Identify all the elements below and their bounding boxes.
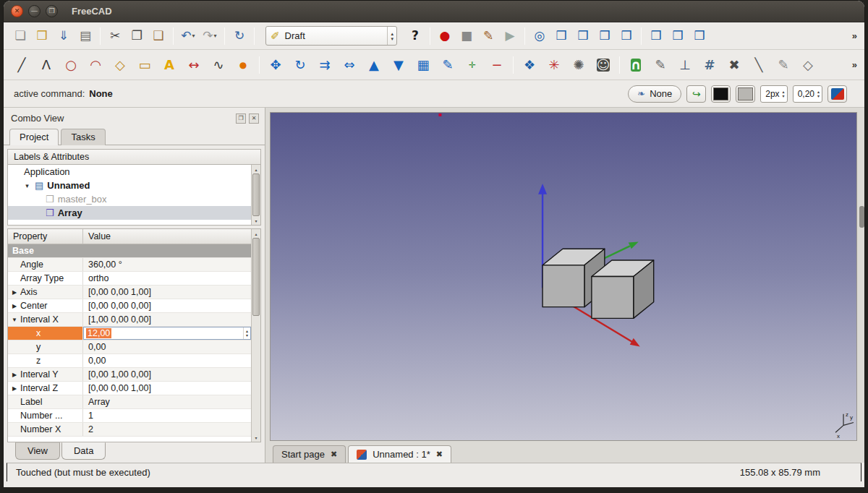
tab-view[interactable]: View	[15, 442, 60, 460]
draft-upgrade-button[interactable]: ▲	[362, 54, 386, 76]
scroll-up-icon[interactable]: ▴	[252, 229, 260, 238]
draft-trimex-button[interactable]: ⇔	[338, 54, 361, 76]
draft-offset-button[interactable]: ⇉	[313, 54, 336, 76]
expander-icon[interactable]: ▶	[10, 385, 19, 392]
property-row-interval-y[interactable]: ▶Interval Y[0,00 1,00 0,00]	[8, 368, 251, 382]
draft-add-point-button[interactable]: ✛	[461, 54, 484, 76]
property-row-array-type[interactable]: Array Typeortho	[8, 272, 251, 286]
3d-viewport[interactable]: z y x	[270, 112, 857, 441]
scroll-down-icon[interactable]: ▾	[252, 433, 260, 442]
document-tab-unnamed-1[interactable]: Unnamed : 1*✖	[348, 445, 451, 463]
value-editor-text[interactable]: 12,00	[86, 328, 111, 338]
snap-endpoint-button[interactable]: ✎	[649, 54, 672, 76]
draft-dimension-button[interactable]: ↔	[182, 54, 205, 76]
apply-style-button[interactable]	[827, 85, 847, 103]
viewport-scrollbar-thumb[interactable]	[859, 206, 864, 228]
tab-project[interactable]: Project	[9, 129, 59, 145]
redo-button[interactable]: ↷▾	[200, 26, 220, 46]
workbench-selector[interactable]: ✐ Draft ▴▾	[265, 26, 397, 46]
scroll-down-icon[interactable]: ▾	[252, 216, 260, 225]
tree-item-array[interactable]: ❒Array	[8, 206, 251, 220]
save-file-button[interactable]: ⇓	[54, 26, 74, 46]
property-row-angle[interactable]: Angle360,00 °	[8, 258, 251, 272]
text-scale-spinbox[interactable]: 0,20 ▴▾	[793, 85, 822, 103]
snap-perpendicular-button[interactable]: ⊥	[673, 54, 697, 76]
property-value-cell[interactable]: 12,00▴▾	[83, 327, 251, 340]
tab-data[interactable]: Data	[61, 442, 106, 460]
property-row-interval-z[interactable]: ▶Interval Z[0,00 0,00 1,00]	[8, 382, 251, 395]
macro-record-button[interactable]: ●	[435, 26, 455, 46]
close-tab-icon[interactable]: ✖	[331, 450, 337, 459]
property-row-label[interactable]: LabelArray	[8, 395, 251, 409]
draft-draft2sketch-button[interactable]: ✳	[542, 54, 566, 76]
line-width-arrows[interactable]: ▴▾	[783, 90, 785, 98]
print-button[interactable]: ▤	[75, 26, 95, 46]
snap-extension-button[interactable]: ✎	[772, 54, 795, 76]
close-button[interactable]: ✕	[11, 5, 23, 17]
property-row-axis[interactable]: ▶Axis[0,00 0,00 1,00]	[8, 286, 251, 299]
draft-polygon-button[interactable]: ◇	[109, 54, 132, 76]
draft-rotate-button[interactable]: ↻	[289, 54, 312, 76]
float-panel-button[interactable]: ❐	[236, 113, 246, 124]
titlebar[interactable]: ✕ — ❒ FreeCAD	[4, 1, 864, 22]
close-panel-button[interactable]: ✕	[249, 113, 259, 124]
draft-array-button[interactable]: ✺	[567, 54, 590, 76]
maximize-button[interactable]: ❒	[46, 5, 58, 17]
draft-del-point-button[interactable]: −	[485, 54, 509, 76]
text-scale-arrows[interactable]: ▴▾	[817, 90, 820, 98]
tree-scrollbar[interactable]: ▴ ▾	[251, 165, 260, 225]
snap-special-button[interactable]: ◇	[796, 54, 820, 76]
autogroup-button[interactable]: ❧ None	[628, 85, 681, 103]
redo-dropdown-caret[interactable]: ▾	[214, 33, 217, 39]
tree-scrollbar-handle[interactable]	[252, 173, 260, 216]
cut-button[interactable]: ✂	[105, 26, 125, 46]
tree-item-application[interactable]: Application	[8, 165, 251, 179]
continue-mode-button[interactable]: ↪	[686, 85, 706, 103]
document-tab-start-page[interactable]: Start page✖	[273, 445, 346, 463]
property-row-center[interactable]: ▶Center[0,00 0,00 0,00]	[8, 299, 251, 313]
minimize-button[interactable]: —	[28, 5, 41, 17]
paste-button[interactable]: ❑	[148, 26, 169, 46]
model-tree[interactable]: Application▾▤Unnamed❒master_box❒Array ▴ …	[7, 165, 261, 226]
tree-item-unnamed[interactable]: ▾▤Unnamed	[8, 179, 251, 192]
left-view-button[interactable]: ❒	[689, 26, 710, 46]
property-row-number[interactable]: Number ...1	[8, 409, 251, 423]
draft-arc-button[interactable]: ◠	[84, 54, 107, 76]
draft-line-button[interactable]: ╱	[10, 54, 33, 76]
undo-dropdown-caret[interactable]: ▾	[192, 33, 195, 39]
expander-icon[interactable]: ▼	[10, 317, 19, 323]
draft-toolbar-overflow-button[interactable]: »	[852, 59, 859, 70]
scroll-up-icon[interactable]: ▴	[252, 165, 260, 173]
property-editor[interactable]: Property Value BaseAngle360,00 °Array Ty…	[7, 228, 261, 442]
new-file-button[interactable]: ❏	[10, 26, 30, 46]
draft-scale-button[interactable]: ▦	[412, 54, 435, 76]
draft-rectangle-button[interactable]: ▭	[133, 54, 156, 76]
draft-text-button[interactable]: A	[158, 54, 181, 76]
draft-move-button[interactable]: ✥	[264, 54, 287, 76]
face-color-button[interactable]	[736, 85, 755, 103]
undo-button[interactable]: ↶▾	[178, 26, 198, 46]
draft-bspline-button[interactable]: ∿	[207, 54, 230, 76]
property-scrollbar-handle[interactable]	[252, 238, 260, 316]
draft-point-button[interactable]: ●	[231, 54, 255, 76]
property-row-z[interactable]: z0,00	[8, 354, 251, 368]
property-row-number-x[interactable]: Number X2	[8, 423, 251, 437]
expander-icon[interactable]: ▾	[23, 182, 31, 189]
draft-edit-button[interactable]: ✎	[436, 54, 459, 76]
expander-icon[interactable]: ▶	[10, 289, 19, 296]
refresh-button[interactable]: ↻	[229, 26, 250, 46]
property-row-interval-x[interactable]: ▼Interval X[1,00 0,00 0,00]	[8, 313, 251, 327]
line-color-button[interactable]	[711, 85, 731, 103]
macro-stop-button[interactable]: ■	[456, 26, 477, 46]
value-editor-spin-arrows[interactable]: ▴▾	[243, 327, 250, 339]
expander-icon[interactable]: ▶	[10, 303, 19, 309]
draft-wire-button[interactable]: Λ	[35, 54, 58, 76]
macro-execute-button[interactable]: ▶	[500, 26, 520, 46]
close-tab-icon[interactable]: ✖	[436, 450, 443, 459]
tree-item-master-box[interactable]: ❒master_box	[8, 192, 251, 206]
property-row-x[interactable]: x12,00▴▾	[8, 327, 251, 340]
bottom-view-button[interactable]: ❒	[668, 26, 688, 46]
snap-lock-button[interactable]: ∩	[624, 54, 647, 76]
front-view-button[interactable]: ❒	[573, 26, 593, 46]
toolbar-overflow-button[interactable]: »	[852, 30, 859, 41]
